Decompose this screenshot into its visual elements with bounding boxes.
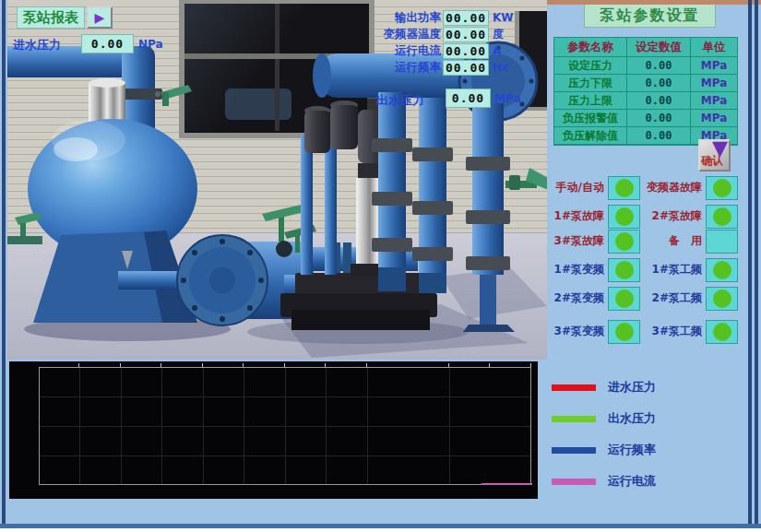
status-label: 手动/自动 — [551, 180, 608, 195]
confirm-button-label: 确认 — [701, 153, 723, 169]
lamp-dot — [615, 323, 634, 341]
param-name: 设定压力 — [554, 57, 627, 75]
param-name: 压力上限 — [554, 92, 627, 110]
outlet-pressure-unit: MPa — [494, 92, 521, 105]
legend-label: 出水压力 — [608, 410, 656, 427]
param-value-field[interactable]: 0.00 — [627, 92, 691, 110]
lamp-dot — [713, 323, 731, 341]
indicator-lamp — [608, 320, 640, 344]
outlet-pressure-value: 0.00 — [446, 89, 491, 108]
status-item: 2#泵工频 — [644, 286, 738, 311]
param-unit: MPa — [691, 92, 737, 110]
status-item: 1#泵变频 — [551, 257, 640, 282]
legend-label: 运行频率 — [608, 442, 656, 458]
indicator-lamp — [706, 258, 738, 282]
readout-unit: Hz — [493, 61, 508, 74]
status-item: 1#泵故障 — [551, 204, 640, 229]
pump-station-hmi: 泵站报表 ▶ 进水压力 0.00 NPa 输出功率 00.00 KW 变频器温度… — [0, 0, 761, 532]
window-border-right — [755, 0, 758, 532]
indicator-lamp — [608, 287, 640, 311]
readout-row: 变频器温度 00.00 度 — [367, 26, 514, 42]
play-icon[interactable]: ▶ — [87, 6, 113, 29]
legend-item: 进水压力 — [552, 384, 656, 391]
readout-unit: A — [493, 44, 501, 57]
report-button-label[interactable]: 泵站报表 — [17, 6, 85, 29]
readout-label: 变频器温度 — [367, 27, 441, 42]
param-unit: MPa — [691, 110, 737, 127]
indicator-lamp — [608, 258, 640, 282]
readout-value: 00.00 — [443, 43, 489, 59]
indicator-lamp — [706, 176, 738, 200]
legend-item: 运行电流 — [552, 478, 656, 485]
panel-divider — [748, 0, 752, 524]
readout-value: 00.00 — [443, 60, 489, 76]
report-button[interactable]: 泵站报表 ▶ — [17, 6, 113, 29]
legend-color-bar — [552, 479, 596, 485]
param-name: 压力下限 — [554, 75, 627, 92]
param-name: 负压解除值 — [554, 127, 627, 145]
param-value-field[interactable]: 0.00 — [627, 127, 691, 145]
status-label: 1#泵工频 — [644, 262, 706, 278]
status-label: 2#泵工频 — [644, 290, 706, 306]
legend-color-bar — [552, 384, 596, 391]
readout-label: 输出功率 — [367, 10, 441, 26]
readout-label: 运行电流 — [367, 43, 441, 59]
indicator-lamp — [706, 230, 738, 254]
inlet-pressure-value: 0.00 — [81, 34, 134, 53]
readout-value: 00.00 — [443, 10, 489, 26]
status-item: 1#泵工频 — [644, 257, 738, 282]
param-name: 负压报警值 — [554, 110, 627, 127]
window-mullion — [275, 4, 279, 131]
trend-legend: 进水压力 出水压力 运行频率 运行电流 — [552, 384, 656, 485]
legend-color-bar — [552, 416, 596, 422]
param-value-field[interactable]: 0.00 — [627, 75, 691, 92]
window — [179, 0, 375, 138]
indicator-lamp — [608, 205, 640, 229]
readout-unit: KW — [493, 11, 514, 24]
status-item: 变频器故障 — [644, 175, 738, 200]
status-item: 3#泵故障 — [551, 229, 640, 254]
indicator-lamp — [706, 205, 738, 229]
indicator-lamp — [706, 287, 738, 311]
lamp-dot — [713, 207, 731, 226]
param-unit: MPa — [691, 75, 737, 92]
param-value-field[interactable]: 0.00 — [627, 57, 691, 75]
legend-label: 进水压力 — [608, 379, 656, 396]
lamp-dot — [713, 290, 731, 308]
param-value-field[interactable]: 0.00 — [627, 110, 691, 127]
top-accent-strip — [547, 0, 761, 5]
status-item: 手动/自动 — [551, 175, 640, 200]
floor — [7, 232, 547, 360]
readout-value: 00.00 — [443, 27, 489, 42]
status-label: 1#泵变频 — [551, 262, 608, 278]
pipe-clamp — [114, 89, 162, 100]
readout-unit: 度 — [493, 27, 504, 42]
inlet-pressure-unit: NPa — [138, 38, 163, 51]
outlet-pressure-label: 出水压力 — [376, 92, 424, 109]
legend-item: 出水压力 — [552, 415, 656, 422]
readout-label: 运行频率 — [367, 60, 441, 76]
status-label: 3#泵变频 — [551, 324, 608, 339]
confirm-button[interactable]: ▼ 确认 — [698, 139, 731, 171]
parameter-table: 参数名称 设定数值 单位 设定压力 0.00 MPa 压力下限 0.00 MPa — [553, 37, 738, 146]
status-label: 3#泵故障 — [551, 233, 608, 249]
readout-row: 输出功率 00.00 KW — [367, 9, 514, 26]
status-label: 1#泵故障 — [551, 208, 608, 224]
readout-stack: 输出功率 00.00 KW 变频器温度 00.00 度 运行电流 00.00 A… — [367, 9, 514, 76]
window-crossbar — [184, 53, 369, 59]
legend-label: 运行电流 — [608, 473, 656, 490]
status-label: 变频器故障 — [644, 180, 706, 195]
green-valve-right — [505, 168, 547, 190]
lamp-dot — [615, 290, 634, 308]
lamp-dot — [615, 179, 634, 197]
indicator-lamp — [608, 230, 640, 254]
lamp-dot — [615, 261, 634, 279]
readout-row: 运行电流 00.00 A — [367, 42, 514, 59]
trend-chart — [9, 361, 538, 499]
status-item: 3#泵工频 — [644, 319, 738, 344]
legend-item: 运行频率 — [552, 446, 656, 454]
indicator-lamp — [706, 320, 738, 344]
running-current-trace — [482, 483, 532, 485]
window-border-left — [2, 0, 6, 532]
legend-color-bar — [552, 447, 596, 454]
